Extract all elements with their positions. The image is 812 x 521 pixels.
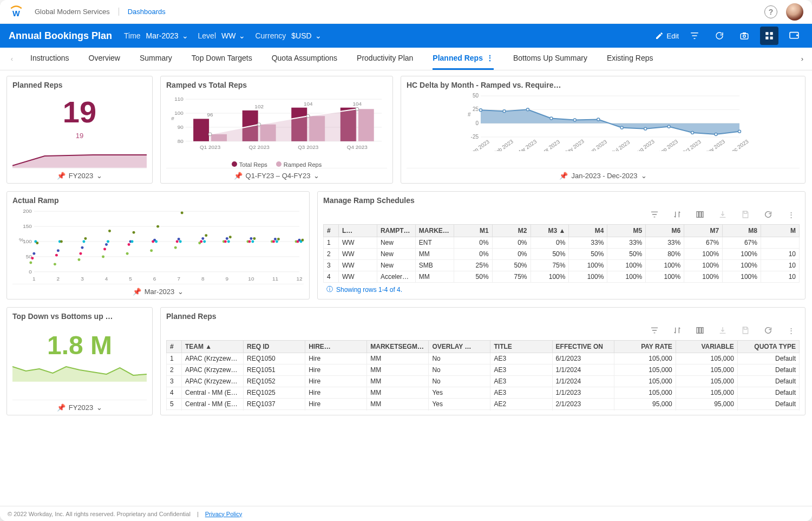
level-selector[interactable]: WW⌄ xyxy=(221,31,245,40)
tab-overview[interactable]: Overview xyxy=(89,48,120,70)
table-header[interactable]: TEAM ▲ xyxy=(182,341,244,353)
tab-quota-assumptions[interactable]: Quota Assumptions xyxy=(272,48,337,70)
tab-more-icon[interactable]: ⋮ xyxy=(486,54,494,62)
table-header[interactable]: RAMPTYPE xyxy=(377,225,415,237)
tab-bottoms-up-summary[interactable]: Bottoms Up Summary xyxy=(513,48,587,70)
table-row[interactable]: 3APAC (Krzyzewski)REQ1052HireMMNoAE31/1/… xyxy=(167,376,800,387)
sort-icon[interactable] xyxy=(672,209,683,220)
svg-point-51 xyxy=(526,108,529,111)
card-title: Manage Ramp Schedules xyxy=(323,196,800,205)
card-footer-selector[interactable]: 📌 Q1-FY23 – Q4-FY23 ⌄ xyxy=(166,168,387,180)
table-header[interactable]: M2 xyxy=(492,225,531,237)
page-title: Annual Bookings Plan xyxy=(9,30,112,42)
table-row[interactable]: 2WWNewMM0%0%50%50%50%80%100%100%10 xyxy=(324,249,800,260)
table-row[interactable]: 3WWNewSMB25%50%75%100%100%100%100%100%10 xyxy=(324,260,800,271)
svg-text:5: 5 xyxy=(129,276,132,282)
grid-view-icon[interactable] xyxy=(760,27,778,45)
card-footer-selector[interactable]: 📌 FY2023 ⌄ xyxy=(12,400,147,412)
table-header[interactable]: MARKETSEGMENT xyxy=(415,225,454,237)
planned-reps-table[interactable]: #TEAM ▲REQ IDHIRE…MARKETSEGMENTOVERLAY …… xyxy=(166,340,800,411)
svg-text:102: 102 xyxy=(254,103,264,109)
refresh-icon[interactable] xyxy=(710,27,729,45)
table-header[interactable]: # xyxy=(167,341,182,353)
tab-planned-reps[interactable]: Planned Reps⋮ xyxy=(433,48,494,70)
table-header[interactable]: QUOTA TYPE xyxy=(737,341,799,353)
tab-existing-reps[interactable]: Existing Reps xyxy=(607,48,653,70)
table-header[interactable]: PAY RATE xyxy=(614,341,676,353)
svg-point-36 xyxy=(208,133,212,136)
table-row[interactable]: 2APAC (Krzyzewski)REQ1051HireMMNoAE31/1/… xyxy=(167,364,800,376)
table-header[interactable]: M1 xyxy=(454,225,492,237)
time-selector[interactable]: Mar-2023⌄ xyxy=(146,31,188,40)
svg-point-56 xyxy=(644,127,647,130)
tabs-scroll-left[interactable]: ‹ xyxy=(4,48,19,70)
save-icon[interactable] xyxy=(740,325,751,336)
camera-icon[interactable] xyxy=(735,27,754,45)
table-header[interactable]: M3 ▲ xyxy=(531,225,569,237)
filter-icon[interactable] xyxy=(649,325,660,336)
edit-button[interactable]: Edit xyxy=(655,31,679,40)
privacy-link[interactable]: Privacy Policy xyxy=(205,511,242,517)
svg-point-134 xyxy=(84,237,87,240)
svg-text:#: # xyxy=(171,115,174,121)
card-footer-selector[interactable]: 📌 Mar-2023 ⌄ xyxy=(12,284,304,296)
tab-productivity-plan[interactable]: Productivity Plan xyxy=(357,48,413,70)
table-header[interactable]: # xyxy=(324,225,339,237)
refresh-icon[interactable] xyxy=(763,325,774,336)
svg-point-111 xyxy=(105,243,108,246)
sort-icon[interactable] xyxy=(672,325,683,336)
table-header[interactable]: OVERLAY … xyxy=(429,341,490,353)
svg-point-38 xyxy=(306,114,310,118)
table-header[interactable]: MARKETSEGMENT xyxy=(367,341,429,353)
filter-icon[interactable] xyxy=(685,27,704,45)
svg-point-109 xyxy=(57,249,60,252)
table-header[interactable]: M xyxy=(761,225,799,237)
more-icon[interactable]: ⋮ xyxy=(785,209,796,220)
workday-logo[interactable]: W xyxy=(9,4,24,19)
export-icon[interactable] xyxy=(717,325,728,336)
user-avatar[interactable] xyxy=(786,3,803,21)
columns-icon[interactable] xyxy=(695,325,705,336)
card-footer-selector[interactable]: 📌 Jan-2023 - Dec-2023 ⌄ xyxy=(407,168,800,180)
card-manage-ramp: Manage Ramp Schedules ⋮ #L…RAMPTYPEMARKE… xyxy=(317,191,806,299)
table-row[interactable]: 1APAC (Krzyzewski)REQ1050HireMMNoAE36/1/… xyxy=(167,353,800,364)
dashboards-link[interactable]: Dashboards xyxy=(128,8,166,16)
table-header[interactable]: L… xyxy=(339,225,377,237)
tabs-scroll-right[interactable]: › xyxy=(795,48,810,70)
svg-point-54 xyxy=(597,118,600,121)
table-row[interactable]: 1WWNewENT0%0%0%33%33%33%67%67% xyxy=(324,237,800,249)
time-label: Time xyxy=(124,31,141,40)
table-row[interactable]: 4WWAcceleratedMM50%75%100%100%100%100%10… xyxy=(324,271,800,283)
table-header[interactable]: M6 xyxy=(646,225,684,237)
help-icon[interactable]: ? xyxy=(764,5,777,18)
export-icon[interactable] xyxy=(717,209,728,220)
tab-instructions[interactable]: Instructions xyxy=(30,48,69,70)
table-header[interactable]: VARIABLE xyxy=(676,341,737,353)
table-header[interactable]: EFFECTIVE ON xyxy=(552,341,614,353)
table-header[interactable]: M7 xyxy=(684,225,723,237)
card-footer-selector[interactable]: 📌 FY2023 ⌄ xyxy=(12,168,147,180)
svg-point-39 xyxy=(356,107,359,110)
table-header[interactable]: REQ ID xyxy=(244,341,305,353)
refresh-icon[interactable] xyxy=(763,209,774,220)
save-icon[interactable] xyxy=(740,209,751,220)
table-row[interactable]: 6Customer Development (Stockton)REQ1103H… xyxy=(167,410,800,411)
tab-top-down-targets[interactable]: Top Down Targets xyxy=(192,48,252,70)
topbar: W Global Modern Services Dashboards ? xyxy=(0,0,812,24)
table-header[interactable]: M8 xyxy=(723,225,761,237)
table-header[interactable]: M4 xyxy=(569,225,607,237)
filter-icon[interactable] xyxy=(649,209,660,220)
ramp-table[interactable]: #L…RAMPTYPEMARKETSEGMENTM1M2M3 ▲M4M5M6M7… xyxy=(323,224,800,283)
svg-point-52 xyxy=(550,117,553,120)
currency-selector[interactable]: $USD⌄ xyxy=(291,31,321,40)
more-icon[interactable]: ⋮ xyxy=(785,325,796,336)
columns-icon[interactable] xyxy=(695,209,705,220)
table-header[interactable]: HIRE… xyxy=(305,341,367,353)
tab-summary[interactable]: Summary xyxy=(140,48,172,70)
present-icon[interactable] xyxy=(785,27,803,45)
table-header[interactable]: M5 xyxy=(607,225,646,237)
table-row[interactable]: 5Central - MM (Ewing)REQ1037HireMMYesAE2… xyxy=(167,399,800,410)
table-header[interactable]: TITLE xyxy=(490,341,552,353)
svg-point-2 xyxy=(743,35,746,38)
table-row[interactable]: 4Central - MM (Ewing)REQ1025HireMMYesAE3… xyxy=(167,387,800,399)
